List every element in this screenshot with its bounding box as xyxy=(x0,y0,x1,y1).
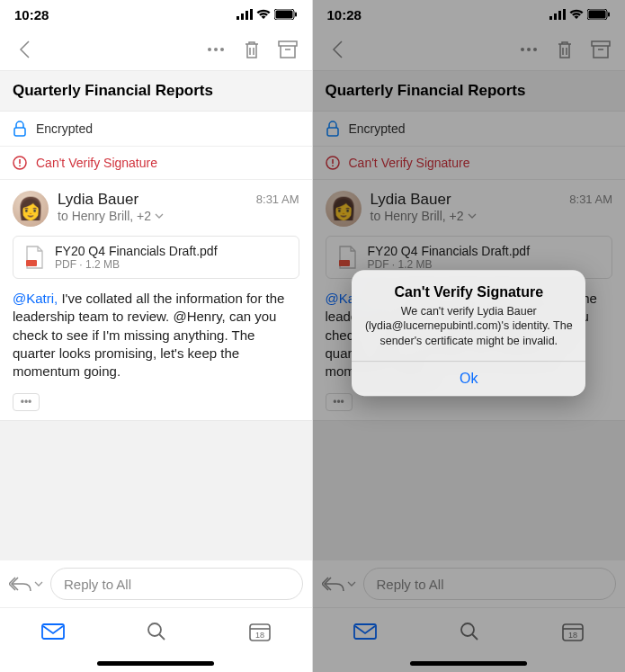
more-button[interactable] xyxy=(513,34,544,65)
svg-point-17 xyxy=(148,623,161,636)
svg-point-27 xyxy=(521,48,524,51)
svg-rect-23 xyxy=(563,9,566,20)
encrypted-banner[interactable]: Encrypted xyxy=(0,112,312,147)
search-icon xyxy=(460,622,479,641)
tab-mail[interactable] xyxy=(353,623,377,640)
alert-icon xyxy=(326,156,340,170)
expand-quoted[interactable]: ••• xyxy=(13,393,40,411)
home-indicator[interactable] xyxy=(0,654,312,672)
wifi-icon xyxy=(256,9,271,20)
reply-input[interactable]: Reply to All xyxy=(363,568,617,600)
reply-all-button[interactable] xyxy=(322,576,356,592)
svg-point-28 xyxy=(527,48,531,51)
avatar[interactable]: 👩 xyxy=(13,191,49,227)
tab-calendar[interactable]: 18 xyxy=(562,622,584,641)
to-prefix: to xyxy=(371,209,381,223)
svg-point-7 xyxy=(208,48,211,51)
calendar-icon: 18 xyxy=(249,622,271,641)
back-button[interactable] xyxy=(322,34,353,65)
message-header: 👩 Lydia Bauer to Henry Brill, +2 8:31 AM xyxy=(313,180,626,236)
archive-button[interactable] xyxy=(585,34,616,65)
reply-input[interactable]: Reply to All xyxy=(50,568,303,600)
reply-placeholder: Reply to All xyxy=(64,577,131,592)
archive-icon xyxy=(278,40,298,58)
signature-label: Can't Verify Signature xyxy=(36,156,157,170)
battery-icon xyxy=(274,9,298,20)
svg-point-9 xyxy=(220,48,224,51)
svg-rect-15 xyxy=(26,260,37,266)
chevron-left-icon xyxy=(331,40,344,59)
to-line[interactable]: to Henry Brill, +2 xyxy=(58,209,247,223)
back-button[interactable] xyxy=(9,34,40,65)
avatar[interactable]: 👩 xyxy=(326,191,362,227)
nav-bar xyxy=(313,29,626,70)
subject: Quarterly Financial Reports xyxy=(313,70,626,112)
trash-icon xyxy=(556,40,574,59)
mail-icon xyxy=(353,623,377,640)
mention[interactable]: @Katri, xyxy=(13,291,58,306)
spacer xyxy=(0,420,312,560)
status-icons xyxy=(237,9,298,20)
reply-placeholder: Reply to All xyxy=(377,577,444,592)
phone-right: 10:28 Quarterly Financial Reports Encryp… xyxy=(313,0,626,672)
from-name[interactable]: Lydia Bauer xyxy=(371,191,561,209)
encrypted-banner[interactable]: Encrypted xyxy=(313,112,626,147)
lock-icon xyxy=(326,121,340,137)
delete-button[interactable] xyxy=(237,34,267,65)
tab-bar: 18 xyxy=(313,607,626,654)
tab-search[interactable] xyxy=(147,622,166,641)
alert-text: We can't verify Lydia Bauer (lydia@lucer… xyxy=(364,304,573,348)
reply-all-button[interactable] xyxy=(9,576,43,592)
svg-rect-6 xyxy=(295,13,297,17)
svg-rect-1 xyxy=(241,13,244,20)
pdf-icon xyxy=(335,246,359,269)
more-icon xyxy=(207,47,225,52)
svg-rect-20 xyxy=(549,16,552,20)
svg-rect-31 xyxy=(327,128,338,136)
message-time: 8:31 AM xyxy=(569,191,612,206)
attachment[interactable]: FY20 Q4 Financials Draft.pdf PDF · 1.2 M… xyxy=(13,236,299,279)
tab-mail[interactable] xyxy=(41,623,65,640)
svg-rect-30 xyxy=(592,41,610,46)
search-icon xyxy=(147,622,166,641)
phone-left: 10:28 Quarterly Financial Reports E xyxy=(0,0,313,672)
attachment-name: FY20 Q4 Financials Draft.pdf xyxy=(55,244,218,258)
svg-rect-16 xyxy=(42,624,64,639)
svg-point-29 xyxy=(533,48,537,51)
svg-rect-14 xyxy=(19,166,21,167)
attachment-meta: PDF · 1.2 MB xyxy=(368,258,531,271)
chevron-down-icon xyxy=(155,213,164,219)
signature-banner[interactable]: Can't Verify Signature xyxy=(0,147,312,180)
archive-button[interactable] xyxy=(272,34,303,65)
chevron-down-icon xyxy=(34,581,43,587)
home-indicator[interactable] xyxy=(313,654,626,672)
spacer xyxy=(313,420,626,560)
from-name[interactable]: Lydia Bauer xyxy=(58,191,247,209)
encrypted-label: Encrypted xyxy=(349,121,406,136)
alert-ok-button[interactable]: Ok xyxy=(352,362,585,396)
mail-icon xyxy=(41,623,65,640)
svg-text:18: 18 xyxy=(255,631,264,640)
message-time: 8:31 AM xyxy=(256,191,299,206)
svg-text:18: 18 xyxy=(568,631,577,640)
reply-all-icon xyxy=(322,576,345,592)
reply-bar: Reply to All xyxy=(0,560,312,607)
svg-point-37 xyxy=(461,623,474,636)
clock: 10:28 xyxy=(14,7,49,22)
wifi-icon xyxy=(569,9,584,20)
svg-rect-3 xyxy=(250,9,253,20)
more-button[interactable] xyxy=(201,34,231,65)
attachment-meta: PDF · 1.2 MB xyxy=(55,258,218,271)
alert-icon xyxy=(13,156,27,170)
tab-search[interactable] xyxy=(460,622,479,641)
svg-rect-21 xyxy=(554,13,557,20)
expand-quoted[interactable]: ••• xyxy=(326,393,353,411)
status-bar: 10:28 xyxy=(313,0,626,29)
svg-rect-5 xyxy=(275,11,292,19)
tab-calendar[interactable]: 18 xyxy=(249,622,271,641)
status-icons xyxy=(549,9,611,20)
to-line[interactable]: to Henry Brill, +2 xyxy=(371,209,561,223)
signature-banner[interactable]: Can't Verify Signature xyxy=(313,147,626,180)
clock: 10:28 xyxy=(327,7,362,22)
delete-button[interactable] xyxy=(549,34,580,65)
